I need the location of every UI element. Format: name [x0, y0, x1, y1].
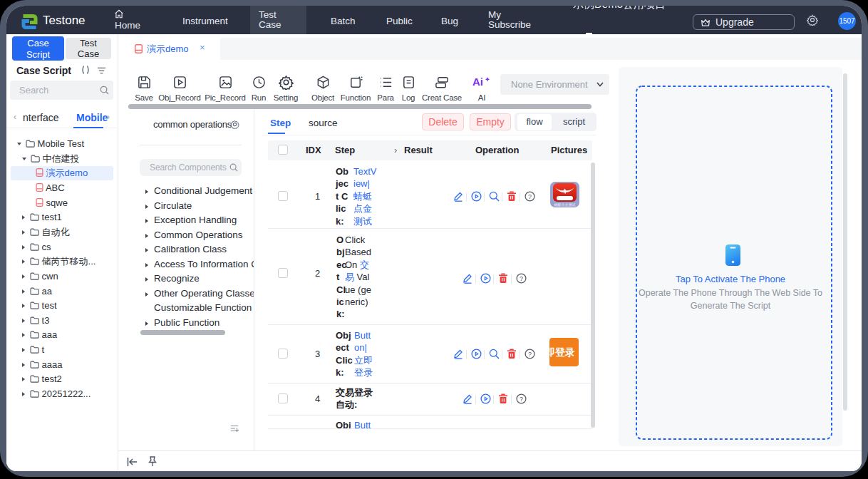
svg-text:Ai: Ai	[472, 76, 483, 88]
svg-text:?: ?	[528, 350, 532, 357]
svg-text:?: ?	[520, 274, 523, 282]
svg-text:?: ?	[520, 395, 523, 402]
svg-text:?: ?	[528, 192, 532, 200]
